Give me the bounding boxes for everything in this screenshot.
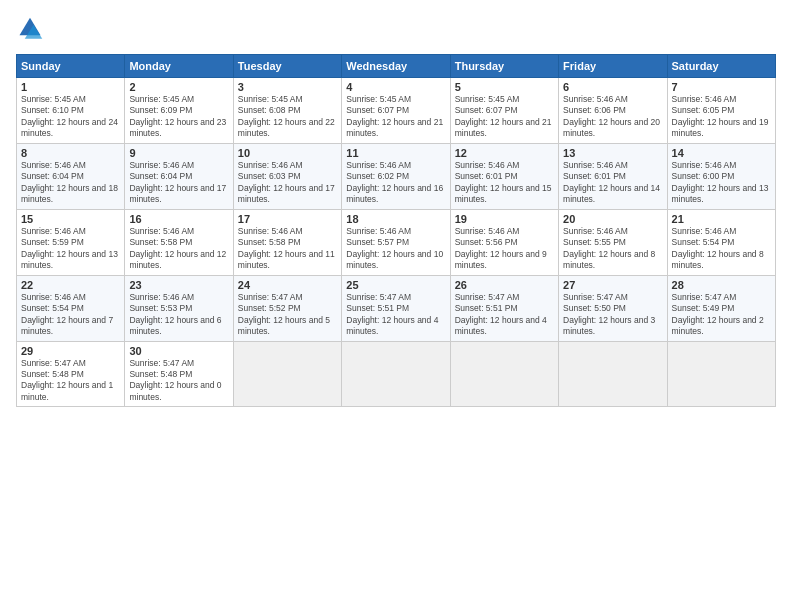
day-number: 20	[563, 213, 662, 225]
calendar-cell: 13 Sunrise: 5:46 AM Sunset: 6:01 PM Dayl…	[559, 143, 667, 209]
day-info: Sunrise: 5:46 AM Sunset: 6:04 PM Dayligh…	[129, 160, 228, 206]
weekday-header-sunday: Sunday	[17, 55, 125, 78]
day-number: 2	[129, 81, 228, 93]
day-info: Sunrise: 5:47 AM Sunset: 5:48 PM Dayligh…	[21, 358, 120, 404]
weekday-header-friday: Friday	[559, 55, 667, 78]
calendar-cell	[233, 341, 341, 407]
calendar-cell: 27 Sunrise: 5:47 AM Sunset: 5:50 PM Dayl…	[559, 275, 667, 341]
day-info: Sunrise: 5:46 AM Sunset: 5:56 PM Dayligh…	[455, 226, 554, 272]
calendar-cell	[667, 341, 775, 407]
day-number: 28	[672, 279, 771, 291]
calendar-cell: 20 Sunrise: 5:46 AM Sunset: 5:55 PM Dayl…	[559, 209, 667, 275]
day-info: Sunrise: 5:46 AM Sunset: 5:58 PM Dayligh…	[129, 226, 228, 272]
calendar-row-5: 29 Sunrise: 5:47 AM Sunset: 5:48 PM Dayl…	[17, 341, 776, 407]
day-number: 3	[238, 81, 337, 93]
day-number: 19	[455, 213, 554, 225]
calendar-cell: 24 Sunrise: 5:47 AM Sunset: 5:52 PM Dayl…	[233, 275, 341, 341]
weekday-header-row: SundayMondayTuesdayWednesdayThursdayFrid…	[17, 55, 776, 78]
calendar-cell: 9 Sunrise: 5:46 AM Sunset: 6:04 PM Dayli…	[125, 143, 233, 209]
day-number: 15	[21, 213, 120, 225]
calendar-cell: 8 Sunrise: 5:46 AM Sunset: 6:04 PM Dayli…	[17, 143, 125, 209]
day-number: 22	[21, 279, 120, 291]
day-info: Sunrise: 5:46 AM Sunset: 6:04 PM Dayligh…	[21, 160, 120, 206]
calendar-cell: 23 Sunrise: 5:46 AM Sunset: 5:53 PM Dayl…	[125, 275, 233, 341]
day-info: Sunrise: 5:46 AM Sunset: 6:00 PM Dayligh…	[672, 160, 771, 206]
day-info: Sunrise: 5:47 AM Sunset: 5:52 PM Dayligh…	[238, 292, 337, 338]
calendar-body: 1 Sunrise: 5:45 AM Sunset: 6:10 PM Dayli…	[17, 78, 776, 407]
calendar-cell: 29 Sunrise: 5:47 AM Sunset: 5:48 PM Dayl…	[17, 341, 125, 407]
calendar-cell: 26 Sunrise: 5:47 AM Sunset: 5:51 PM Dayl…	[450, 275, 558, 341]
day-info: Sunrise: 5:46 AM Sunset: 6:03 PM Dayligh…	[238, 160, 337, 206]
calendar-cell	[559, 341, 667, 407]
day-info: Sunrise: 5:45 AM Sunset: 6:08 PM Dayligh…	[238, 94, 337, 140]
day-info: Sunrise: 5:47 AM Sunset: 5:48 PM Dayligh…	[129, 358, 228, 404]
day-number: 21	[672, 213, 771, 225]
day-info: Sunrise: 5:46 AM Sunset: 5:53 PM Dayligh…	[129, 292, 228, 338]
day-number: 16	[129, 213, 228, 225]
calendar-cell: 18 Sunrise: 5:46 AM Sunset: 5:57 PM Dayl…	[342, 209, 450, 275]
weekday-header-wednesday: Wednesday	[342, 55, 450, 78]
calendar-cell: 3 Sunrise: 5:45 AM Sunset: 6:08 PM Dayli…	[233, 78, 341, 144]
calendar-row-1: 1 Sunrise: 5:45 AM Sunset: 6:10 PM Dayli…	[17, 78, 776, 144]
weekday-header-monday: Monday	[125, 55, 233, 78]
logo-icon	[16, 16, 44, 44]
day-info: Sunrise: 5:46 AM Sunset: 5:55 PM Dayligh…	[563, 226, 662, 272]
calendar-cell: 28 Sunrise: 5:47 AM Sunset: 5:49 PM Dayl…	[667, 275, 775, 341]
day-info: Sunrise: 5:46 AM Sunset: 6:06 PM Dayligh…	[563, 94, 662, 140]
calendar-cell: 21 Sunrise: 5:46 AM Sunset: 5:54 PM Dayl…	[667, 209, 775, 275]
page-header	[16, 16, 776, 44]
weekday-header-saturday: Saturday	[667, 55, 775, 78]
day-info: Sunrise: 5:46 AM Sunset: 6:01 PM Dayligh…	[563, 160, 662, 206]
calendar-cell	[342, 341, 450, 407]
calendar-cell: 16 Sunrise: 5:46 AM Sunset: 5:58 PM Dayl…	[125, 209, 233, 275]
calendar-cell: 19 Sunrise: 5:46 AM Sunset: 5:56 PM Dayl…	[450, 209, 558, 275]
day-number: 8	[21, 147, 120, 159]
calendar-cell: 11 Sunrise: 5:46 AM Sunset: 6:02 PM Dayl…	[342, 143, 450, 209]
logo	[16, 16, 48, 44]
day-number: 11	[346, 147, 445, 159]
day-number: 17	[238, 213, 337, 225]
day-number: 23	[129, 279, 228, 291]
day-info: Sunrise: 5:46 AM Sunset: 5:57 PM Dayligh…	[346, 226, 445, 272]
day-number: 7	[672, 81, 771, 93]
day-info: Sunrise: 5:45 AM Sunset: 6:07 PM Dayligh…	[346, 94, 445, 140]
calendar-cell: 10 Sunrise: 5:46 AM Sunset: 6:03 PM Dayl…	[233, 143, 341, 209]
calendar-cell: 1 Sunrise: 5:45 AM Sunset: 6:10 PM Dayli…	[17, 78, 125, 144]
weekday-header-thursday: Thursday	[450, 55, 558, 78]
day-info: Sunrise: 5:46 AM Sunset: 5:54 PM Dayligh…	[672, 226, 771, 272]
calendar-cell: 30 Sunrise: 5:47 AM Sunset: 5:48 PM Dayl…	[125, 341, 233, 407]
day-number: 9	[129, 147, 228, 159]
calendar-row-4: 22 Sunrise: 5:46 AM Sunset: 5:54 PM Dayl…	[17, 275, 776, 341]
calendar-cell: 5 Sunrise: 5:45 AM Sunset: 6:07 PM Dayli…	[450, 78, 558, 144]
day-number: 1	[21, 81, 120, 93]
day-number: 29	[21, 345, 120, 357]
calendar-cell: 12 Sunrise: 5:46 AM Sunset: 6:01 PM Dayl…	[450, 143, 558, 209]
day-number: 18	[346, 213, 445, 225]
calendar-cell: 15 Sunrise: 5:46 AM Sunset: 5:59 PM Dayl…	[17, 209, 125, 275]
calendar-cell: 14 Sunrise: 5:46 AM Sunset: 6:00 PM Dayl…	[667, 143, 775, 209]
day-info: Sunrise: 5:46 AM Sunset: 6:05 PM Dayligh…	[672, 94, 771, 140]
calendar-cell: 7 Sunrise: 5:46 AM Sunset: 6:05 PM Dayli…	[667, 78, 775, 144]
day-info: Sunrise: 5:47 AM Sunset: 5:51 PM Dayligh…	[346, 292, 445, 338]
day-info: Sunrise: 5:46 AM Sunset: 5:59 PM Dayligh…	[21, 226, 120, 272]
calendar-cell: 22 Sunrise: 5:46 AM Sunset: 5:54 PM Dayl…	[17, 275, 125, 341]
day-info: Sunrise: 5:47 AM Sunset: 5:49 PM Dayligh…	[672, 292, 771, 338]
day-number: 30	[129, 345, 228, 357]
day-number: 24	[238, 279, 337, 291]
day-number: 6	[563, 81, 662, 93]
day-info: Sunrise: 5:46 AM Sunset: 5:58 PM Dayligh…	[238, 226, 337, 272]
day-number: 10	[238, 147, 337, 159]
day-number: 4	[346, 81, 445, 93]
day-number: 27	[563, 279, 662, 291]
calendar-cell: 2 Sunrise: 5:45 AM Sunset: 6:09 PM Dayli…	[125, 78, 233, 144]
day-info: Sunrise: 5:46 AM Sunset: 6:02 PM Dayligh…	[346, 160, 445, 206]
day-info: Sunrise: 5:45 AM Sunset: 6:10 PM Dayligh…	[21, 94, 120, 140]
day-info: Sunrise: 5:45 AM Sunset: 6:07 PM Dayligh…	[455, 94, 554, 140]
day-number: 25	[346, 279, 445, 291]
day-number: 12	[455, 147, 554, 159]
day-info: Sunrise: 5:47 AM Sunset: 5:51 PM Dayligh…	[455, 292, 554, 338]
day-number: 5	[455, 81, 554, 93]
day-info: Sunrise: 5:46 AM Sunset: 6:01 PM Dayligh…	[455, 160, 554, 206]
calendar-cell	[450, 341, 558, 407]
calendar-row-2: 8 Sunrise: 5:46 AM Sunset: 6:04 PM Dayli…	[17, 143, 776, 209]
